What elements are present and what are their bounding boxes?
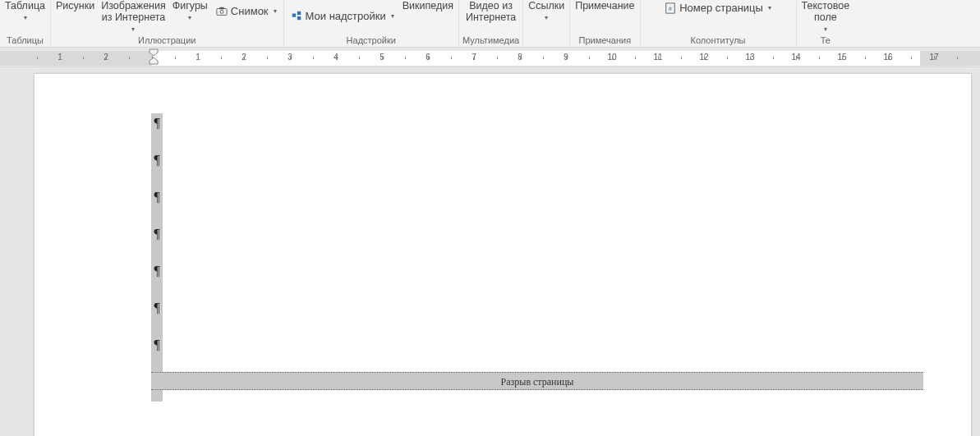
paragraph-marks-column: ¶¶¶¶¶¶¶ [151, 113, 163, 372]
pilcrow-mark: ¶ [151, 113, 163, 150]
ruler-tick [405, 57, 406, 59]
page-break: Разрыв страницы [151, 372, 923, 402]
screenshot-button[interactable]: Снимок ▾ [213, 3, 280, 19]
ribbon-group-comments: Примечание Примечания [570, 0, 640, 47]
caret-icon: ▾ [24, 12, 27, 24]
ruler-tick [566, 56, 567, 60]
ruler-tick [83, 57, 84, 59]
svg-rect-2 [219, 7, 223, 9]
indent-marker[interactable] [148, 48, 159, 66]
ruler-tick [934, 56, 935, 60]
caret-icon: ▾ [824, 24, 827, 35]
svg-marker-5 [150, 49, 158, 56]
ruler-tick [635, 57, 636, 59]
ruler-tick [290, 56, 291, 60]
ruler-tick [612, 56, 613, 60]
group-label-media: Мультимедиа [462, 35, 519, 45]
online-video-button[interactable]: Видео из Интернета [464, 0, 518, 31]
ribbon-group-text: Текстовое поле ▾ Те [797, 0, 855, 47]
ribbon: Таблица ▾ Таблицы Рисунки Изображения из… [0, 0, 980, 48]
ribbon-group-links: Ссылки ▾ [523, 0, 570, 47]
caret-icon: ▾ [188, 12, 191, 24]
page-break-label: Разрыв страницы [151, 372, 923, 390]
table-button-label: Таблица [5, 0, 45, 11]
group-label-text: Те [821, 35, 830, 45]
ruler-tick [129, 57, 130, 59]
svg-rect-0 [217, 8, 227, 15]
comment-label: Примечание [575, 0, 634, 11]
online-video-label: Видео из Интернета [466, 0, 516, 23]
ribbon-group-headerfooter: # Номер страницы ▾ Колонтитулы [641, 0, 797, 47]
ruler-tick [474, 56, 475, 60]
ruler-tick [267, 57, 268, 59]
svg-text:#: # [669, 5, 672, 11]
page-number-button[interactable]: # Номер страницы ▾ [661, 0, 775, 16]
ruler-tick [244, 56, 245, 60]
ruler-tick [106, 56, 107, 60]
addins-icon [291, 10, 302, 21]
ruler-tick [221, 57, 222, 59]
table-button[interactable]: Таблица ▾ [3, 0, 47, 31]
camera-icon [216, 6, 228, 17]
ruler-tick [313, 57, 314, 59]
screenshot-label: Снимок [231, 5, 269, 17]
ruler-tick [819, 57, 820, 59]
ruler-tick [911, 57, 912, 59]
page-number-icon: # [665, 2, 676, 14]
ruler-tick [796, 56, 797, 60]
ruler-tick [589, 57, 590, 59]
caret-icon: ▾ [274, 7, 277, 15]
ruler-tick [727, 57, 728, 59]
page[interactable]: ¶¶¶¶¶¶¶ Разрыв страницы [35, 74, 971, 436]
my-addins-button[interactable]: Мои надстройки ▾ [288, 8, 398, 24]
wikipedia-label: Википедия [403, 0, 453, 11]
ribbon-group-addins: Мои надстройки ▾ Википедия Надстройки [284, 0, 459, 47]
online-images-label: Изображения из Интернета [101, 0, 166, 23]
comment-button[interactable]: Примечание [573, 0, 636, 31]
group-label-comments: Примечания [579, 35, 632, 45]
shapes-button[interactable]: Фигуры ▾ [171, 0, 209, 31]
pilcrow-mark: ¶ [151, 150, 163, 187]
group-label-links [545, 35, 548, 45]
my-addins-label: Мои надстройки [306, 10, 386, 22]
pilcrow-mark: ¶ [151, 335, 163, 372]
ruler-tick [382, 56, 383, 60]
textbox-button[interactable]: Текстовое поле ▾ [800, 0, 852, 35]
ruler-tick [681, 57, 682, 59]
group-label-headerfooter: Колонтитулы [691, 35, 746, 45]
page-break-tail [151, 390, 163, 402]
ruler-tick [60, 56, 61, 60]
shapes-label: Фигуры [173, 0, 208, 11]
ruler-tick [520, 56, 521, 60]
links-button[interactable]: Ссылки ▾ [527, 0, 566, 31]
ruler-tick [497, 57, 498, 59]
pilcrow-mark: ¶ [151, 224, 163, 261]
caret-icon: ▾ [545, 12, 548, 24]
pictures-label: Рисунки [56, 0, 94, 11]
ruler-tick [175, 57, 176, 59]
ruler-tick [37, 57, 38, 59]
online-images-button[interactable]: Изображения из Интернета ▾ [99, 0, 168, 35]
ruler-tick [359, 57, 360, 59]
pilcrow-mark: ¶ [151, 261, 163, 298]
pictures-button[interactable]: Рисунки [54, 0, 96, 31]
group-label-tables: Таблицы [7, 35, 44, 45]
ruler-tick [543, 57, 544, 59]
ribbon-group-illustrations: Рисунки Изображения из Интернета ▾ Фигур… [51, 0, 284, 47]
pilcrow-mark: ¶ [151, 298, 163, 335]
svg-point-1 [220, 10, 223, 13]
textbox-label: Текстовое поле [802, 0, 850, 23]
wikipedia-button[interactable]: Википедия [401, 0, 455, 31]
ruler-tick [842, 56, 843, 60]
ruler-tick [750, 56, 751, 60]
pilcrow-mark: ¶ [151, 187, 163, 224]
horizontal-ruler[interactable]: 211234567891011121314151617 [0, 51, 980, 66]
group-label-addins: Надстройки [347, 35, 396, 45]
ribbon-group-tables: Таблица ▾ Таблицы [0, 0, 51, 47]
ruler-tick [428, 56, 429, 60]
svg-marker-6 [150, 57, 158, 64]
ruler-tick [773, 57, 774, 59]
ruler-tick [704, 56, 705, 60]
page-number-label: Номер страницы [679, 2, 763, 14]
ruler-tick [888, 56, 889, 60]
